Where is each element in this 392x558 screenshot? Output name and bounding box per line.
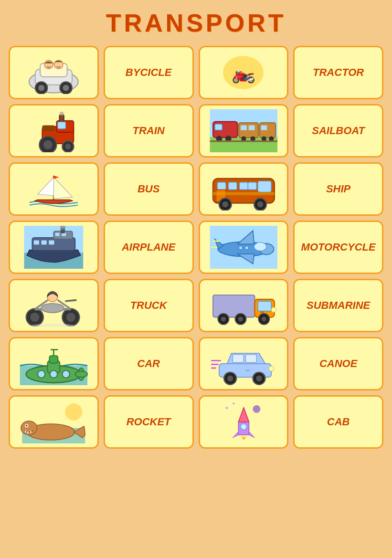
card-text-canoe: CANOE — [293, 337, 383, 390]
card-text-train: TRAIN — [104, 104, 194, 158]
svg-rect-24 — [240, 125, 246, 130]
svg-rect-38 — [257, 181, 271, 192]
card-truck — [199, 279, 289, 332]
svg-rect-48 — [213, 192, 275, 195]
svg-point-85 — [238, 316, 243, 321]
svg-text:✦: ✦ — [224, 405, 229, 411]
svg-rect-22 — [214, 124, 222, 130]
svg-point-125 — [253, 405, 260, 413]
svg-text:✦: ✦ — [232, 401, 235, 406]
card-text-tractor: TRACTOR — [293, 46, 383, 99]
card-submarine — [9, 337, 99, 390]
svg-rect-79 — [213, 295, 254, 317]
svg-rect-41 — [239, 182, 248, 190]
svg-rect-81 — [257, 301, 271, 311]
svg-point-115 — [21, 421, 37, 435]
svg-point-65 — [239, 246, 243, 250]
svg-rect-105 — [233, 355, 244, 363]
svg-point-63 — [254, 242, 266, 251]
svg-rect-56 — [55, 233, 60, 236]
svg-point-14 — [43, 140, 53, 149]
svg-point-88 — [271, 307, 276, 312]
svg-rect-53 — [34, 240, 39, 244]
card-bus — [199, 162, 289, 216]
svg-point-100 — [75, 371, 87, 377]
svg-point-117 — [26, 425, 28, 427]
svg-rect-39 — [217, 182, 226, 190]
card-text-car: CAR — [104, 337, 194, 390]
svg-line-77 — [65, 300, 76, 301]
card-text-cab: CAB — [293, 395, 383, 449]
svg-rect-40 — [228, 182, 237, 190]
card-text-truck: TRUCK — [104, 279, 194, 332]
svg-rect-17 — [58, 122, 66, 128]
card-car — [199, 337, 289, 390]
svg-point-96 — [38, 370, 45, 378]
svg-point-71 — [66, 313, 75, 322]
svg-point-111 — [269, 366, 274, 371]
svg-point-64 — [244, 246, 248, 250]
svg-point-110 — [256, 375, 262, 381]
card-rocket: ✦ ✦ ✦ — [199, 395, 289, 449]
svg-point-75 — [41, 304, 64, 313]
svg-point-6 — [63, 85, 69, 91]
svg-rect-55 — [49, 240, 54, 244]
page-title: TRANSPORT — [9, 9, 383, 37]
card-text-sailboat: SAILBOAT — [293, 104, 383, 158]
svg-point-121 — [65, 403, 82, 421]
svg-point-47 — [257, 201, 263, 208]
svg-point-45 — [222, 201, 228, 208]
card-canoe-img — [9, 395, 99, 449]
svg-point-127 — [242, 425, 245, 429]
card-text-motorcycle: MOTORCYCLE — [293, 221, 383, 274]
card-text-airplane: AIRPLANE — [104, 221, 194, 274]
svg-point-16 — [65, 144, 71, 149]
svg-rect-18 — [42, 126, 54, 131]
svg-rect-54 — [42, 240, 47, 244]
card-motorcycle — [9, 279, 99, 332]
svg-rect-93 — [49, 356, 58, 363]
svg-rect-106 — [245, 355, 256, 363]
card-train — [199, 104, 289, 158]
card-text-bycicle: BYCICLE — [104, 46, 194, 99]
svg-rect-26 — [259, 123, 275, 137]
svg-rect-42 — [248, 182, 256, 190]
card-airplane — [199, 221, 289, 274]
svg-point-87 — [261, 316, 266, 321]
svg-point-12 — [59, 112, 64, 116]
svg-point-108 — [227, 375, 233, 381]
card-text-ship: SHIP — [293, 162, 383, 216]
svg-rect-27 — [261, 125, 267, 130]
svg-point-97 — [50, 370, 57, 378]
svg-point-4 — [38, 85, 44, 91]
card-text-bus: BUS — [104, 162, 194, 216]
svg-rect-25 — [248, 125, 254, 130]
svg-point-83 — [221, 316, 225, 321]
transport-grid: BYCICLE 🏍️ TRACTOR — [9, 46, 383, 449]
card-text-rocket: ROCKET — [104, 395, 194, 449]
card-ship — [9, 221, 99, 274]
svg-point-98 — [62, 370, 69, 378]
card-tractor-rider: 🏍️ — [199, 46, 289, 99]
svg-point-69 — [30, 313, 39, 322]
card-tractor — [9, 104, 99, 158]
svg-rect-23 — [239, 123, 258, 137]
svg-marker-36 — [53, 176, 59, 179]
card-text-submarine: SUBMARINE — [293, 279, 383, 332]
card-sailboat — [9, 162, 99, 216]
card-car-people — [9, 46, 99, 99]
